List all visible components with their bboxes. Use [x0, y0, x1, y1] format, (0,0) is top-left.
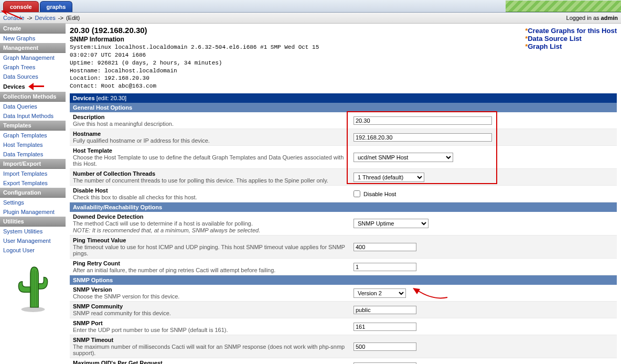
sidebar-item-devices[interactable]: Devices — [0, 81, 66, 92]
breadcrumb: Console -> Devices -> (Edit) Logged in a… — [0, 13, 621, 24]
row-disable-host: Disable Host Check this box to disable a… — [70, 186, 617, 202]
sidebar-item-data-templates[interactable]: Data Templates — [0, 149, 66, 159]
row-max-oids: Maximum OID's Per Get Request Specified … — [70, 358, 617, 364]
disable-host-cb-label: Disable Host — [363, 191, 396, 197]
label-threads: Number of Collection Threads — [73, 170, 354, 177]
label-ping-retry: Ping Retry Count — [73, 260, 354, 266]
breadcrumb-sep: -> — [27, 15, 34, 21]
tab-graphs[interactable]: graphs — [40, 1, 73, 12]
sidebar-item-data-queries[interactable]: Data Queries — [0, 102, 66, 111]
sidebar-header-create: Create — [0, 24, 66, 34]
row-hostname: Hostname Fully qualified hostname or IP … — [70, 129, 617, 146]
row-downed-detection: Downed Device Detection The method Cacti… — [70, 212, 617, 235]
snmp-version-select[interactable]: Version 2 — [354, 288, 406, 298]
sidebar-item-new-graphs[interactable]: New Graphs — [0, 34, 66, 43]
sidebar-item-system-utilities[interactable]: System Utilities — [0, 227, 66, 236]
header-decoration — [506, 1, 621, 12]
row-snmp-port: SNMP Port Enter the UDP port number to u… — [70, 318, 617, 335]
desc-ping-timeout: The timeout value to use for host ICMP a… — [73, 244, 354, 256]
desc-snmp-timeout: The maximum number of milliseconds Cacti… — [73, 344, 354, 356]
sidebar-item-user-management[interactable]: User Management — [0, 236, 66, 245]
sidebar-item-data-sources[interactable]: Data Sources — [0, 72, 66, 81]
sidebar-item-logout-user[interactable]: Logout User — [0, 245, 66, 255]
link-graph-list[interactable]: Graph List — [525, 42, 617, 50]
desc-host-template: Choose the Host Template to use to defin… — [73, 154, 354, 167]
sidebar: Create New Graphs Management Graph Manag… — [0, 24, 66, 313]
snmp-timeout-field[interactable] — [354, 342, 416, 351]
action-links: Create Graphs for this Host Data Source … — [525, 27, 617, 50]
label-max-oids: Maximum OID's Per Get Request — [73, 360, 354, 364]
sidebar-item-data-input-methods[interactable]: Data Input Methods — [0, 111, 66, 121]
description-field[interactable] — [354, 116, 492, 125]
label-hostname: Hostname — [73, 131, 354, 137]
sidebar-header-import-export: Import/Export — [0, 159, 66, 169]
row-snmp-timeout: SNMP Timeout The maximum number of milli… — [70, 335, 617, 358]
sidebar-item-export-templates[interactable]: Export Templates — [0, 178, 66, 188]
snmp-info-block: System:Linux localhost.localdomain 2.6.3… — [70, 44, 319, 90]
desc-snmp-version: Choose the SNMP version for this device. — [73, 293, 354, 299]
breadcrumb-console[interactable]: Console — [3, 15, 24, 21]
sidebar-header-collection-methods: Collection Methods — [0, 92, 66, 102]
sidebar-item-graph-management[interactable]: Graph Management — [0, 53, 66, 62]
sidebar-item-graph-trees[interactable]: Graph Trees — [0, 62, 66, 72]
host-template-select[interactable]: ucd/net SNMP Host — [354, 153, 453, 162]
downed-select[interactable]: SNMP Uptime — [354, 219, 429, 228]
label-description: Description — [73, 114, 354, 120]
sidebar-header-utilities: Utilities — [0, 217, 66, 227]
link-create-graphs[interactable]: Create Graphs for this Host — [525, 27, 617, 35]
top-tabs: console graphs — [0, 0, 621, 13]
label-snmp-community: SNMP Community — [73, 303, 354, 309]
hostname-field[interactable] — [354, 133, 492, 142]
disable-host-checkbox[interactable] — [354, 190, 360, 197]
ping-timeout-field[interactable] — [354, 243, 416, 251]
row-snmp-version: SNMP Version Choose the SNMP version for… — [70, 285, 617, 302]
section-general-host-options: General Host Options — [70, 103, 617, 112]
label-snmp-timeout: SNMP Timeout — [73, 337, 354, 343]
desc-hostname: Fully qualified hostname or IP address f… — [73, 137, 354, 144]
section-devices-edit: Devices [edit: 20.30] — [70, 93, 617, 103]
row-ping-retry: Ping Retry Count After an initial failur… — [70, 259, 617, 275]
label-snmp-port: SNMP Port — [73, 320, 354, 326]
desc-threads: The number of concurrent threads to use … — [73, 177, 354, 184]
label-downed: Downed Device Detection — [73, 213, 354, 220]
note-downed: NOTE: It is recommended that, at a minim… — [73, 227, 354, 233]
sidebar-header-management: Management — [0, 43, 66, 53]
breadcrumb-edit: (Edit) — [66, 15, 80, 21]
row-snmp-community: SNMP Community SNMP read community for t… — [70, 302, 617, 318]
sidebar-item-host-templates[interactable]: Host Templates — [0, 140, 66, 149]
breadcrumb-devices[interactable]: Devices — [35, 15, 56, 21]
sidebar-header-templates: Templates — [0, 121, 66, 131]
sidebar-item-plugin-management[interactable]: Plugin Management — [0, 207, 66, 217]
label-ping-timeout: Ping Timeout Value — [73, 237, 354, 243]
section-snmp-options: SNMP Options — [70, 275, 617, 285]
desc-description: Give this host a meaningful description. — [73, 121, 354, 127]
desc-ping-retry: After an initial failure, the number of … — [73, 267, 354, 273]
annotation-arrow-devices — [28, 83, 47, 90]
snmp-info-title: SNMP Information — [70, 36, 319, 43]
desc-snmp-community: SNMP read community for this device. — [73, 310, 354, 316]
max-oids-field[interactable] — [354, 362, 416, 364]
tab-console[interactable]: console — [3, 1, 39, 12]
section-availability: Availability/Reachability Options — [70, 202, 617, 212]
logged-in-user: admin — [601, 15, 618, 21]
label-disable-host: Disable Host — [73, 187, 354, 194]
sidebar-item-graph-templates[interactable]: Graph Templates — [0, 131, 66, 140]
link-data-source-list[interactable]: Data Source List — [525, 35, 617, 42]
snmp-community-field[interactable] — [354, 306, 416, 314]
snmp-port-field[interactable] — [354, 323, 416, 331]
logged-in-as: Logged in as admin — [566, 15, 618, 21]
main-content: 20.30 (192.168.20.30) SNMP Information S… — [66, 24, 621, 364]
row-threads: Number of Collection Threads The number … — [70, 169, 617, 186]
sidebar-item-settings[interactable]: Settings — [0, 198, 66, 207]
sidebar-item-import-templates[interactable]: Import Templates — [0, 169, 66, 178]
row-host-template: Host Template Choose the Host Template t… — [70, 146, 617, 169]
label-host-template: Host Template — [73, 147, 354, 154]
desc-snmp-port: Enter the UDP port number to use for SNM… — [73, 327, 354, 333]
breadcrumb-sep2: -> — [58, 15, 65, 21]
ping-retry-field[interactable] — [354, 263, 416, 271]
desc-disable-host: Check this box to disable all checks for… — [73, 194, 354, 200]
sidebar-header-configuration: Configuration — [0, 188, 66, 198]
threads-select[interactable]: 1 Thread (default) — [354, 173, 424, 182]
row-ping-timeout: Ping Timeout Value The timeout value to … — [70, 235, 617, 259]
cactus-icon — [17, 264, 49, 313]
